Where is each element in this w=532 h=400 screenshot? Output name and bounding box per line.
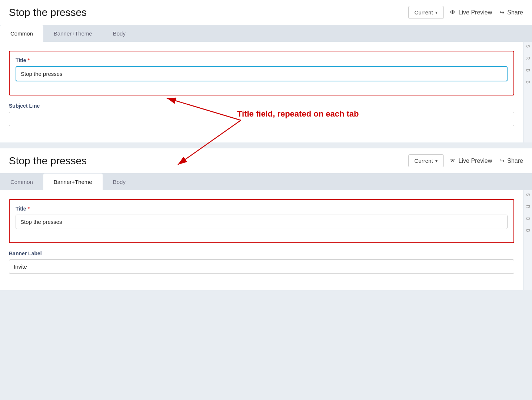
subject-line-field-group: Subject Line — [9, 103, 514, 126]
tab-body-2[interactable]: Body — [103, 174, 136, 190]
share-button-2[interactable]: ↪ Share — [499, 157, 523, 164]
live-preview-label-2: Live Preview — [459, 158, 492, 164]
page-layout: Stop the presses Current ▾ 👁 Live Previe… — [0, 0, 532, 290]
panel-1-body: Title * Subject Line — [0, 42, 532, 142]
panel-2-tabs: Common Banner+Theme Body — [0, 174, 532, 190]
panel-2-content: Title * Banner Label — [0, 190, 523, 290]
tab-banner-theme-1[interactable]: Banner+Theme — [43, 25, 103, 42]
panel-2: Stop the presses Current ▾ 👁 Live Previe… — [0, 148, 532, 290]
sidebar-letter-r2: R — [525, 205, 531, 208]
header-actions-2: 👁 Live Preview ↪ Share — [450, 157, 523, 164]
title-annotation-box: Title * — [9, 51, 514, 95]
title-input-2[interactable] — [16, 215, 508, 229]
chevron-down-icon-2: ▾ — [435, 158, 438, 164]
subject-line-input[interactable] — [9, 112, 514, 126]
sidebar-letter-s: S — [525, 45, 531, 48]
panel-1-tabs: Common Banner+Theme Body — [0, 25, 532, 42]
version-dropdown-2[interactable]: Current ▾ — [408, 154, 444, 167]
panel-1-right-sidebar: S R B B — [523, 42, 532, 142]
banner-label-input[interactable] — [9, 259, 514, 274]
live-preview-label: Live Preview — [459, 9, 492, 16]
sidebar-letter-b4: B — [525, 229, 531, 232]
panel-1-main: Title * Subject Line — [0, 42, 523, 142]
tab-common-1[interactable]: Common — [0, 25, 43, 42]
page-title-2: Stop the presses — [9, 155, 402, 167]
version-dropdown[interactable]: Current ▾ — [408, 6, 444, 19]
eye-icon-2: 👁 — [450, 158, 456, 164]
title-required-2: * — [28, 206, 30, 212]
title-field-group-2: Title * — [16, 206, 508, 229]
title-label: Title * — [16, 57, 508, 63]
share-label-2: Share — [507, 158, 523, 164]
banner-label-label: Banner Label — [9, 251, 514, 256]
tab-body-1[interactable]: Body — [103, 25, 136, 42]
tab-common-2[interactable]: Common — [0, 174, 43, 190]
version-label: Current — [415, 9, 433, 16]
banner-label-field-group: Banner Label — [9, 251, 514, 274]
sidebar-letter-b3: B — [525, 217, 531, 220]
panel-2-body: Title * Banner Label — [0, 190, 532, 290]
tab-banner-theme-2[interactable]: Banner+Theme — [43, 174, 103, 190]
panel-2-main: Title * Banner Label — [0, 190, 523, 290]
panel-1-header: Stop the presses Current ▾ 👁 Live Previe… — [0, 0, 532, 25]
subject-line-label: Subject Line — [9, 103, 514, 109]
title-field-group: Title * — [16, 57, 508, 81]
share-icon-2: ↪ — [499, 157, 504, 164]
panel-2-right-sidebar: S R B B — [523, 190, 532, 290]
title-annotation-box-2: Title * — [9, 199, 514, 243]
title-label-2: Title * — [16, 206, 508, 212]
sidebar-letter-s2: S — [525, 193, 531, 196]
live-preview-button[interactable]: 👁 Live Preview — [450, 9, 492, 16]
panel-1: Stop the presses Current ▾ 👁 Live Previe… — [0, 0, 532, 142]
version-label-2: Current — [415, 158, 433, 164]
title-required: * — [28, 57, 30, 63]
sidebar-letter-b2: B — [525, 81, 531, 84]
header-actions: 👁 Live Preview ↪ Share — [450, 9, 523, 16]
panel-divider — [0, 142, 532, 145]
page-title: Stop the presses — [9, 7, 402, 19]
share-label: Share — [507, 9, 523, 16]
chevron-down-icon: ▾ — [435, 10, 438, 15]
sidebar-letter-r: R — [525, 57, 531, 60]
eye-icon: 👁 — [450, 9, 456, 16]
panel-2-header: Stop the presses Current ▾ 👁 Live Previe… — [0, 148, 532, 174]
title-input[interactable] — [16, 66, 508, 81]
live-preview-button-2[interactable]: 👁 Live Preview — [450, 158, 492, 164]
share-icon: ↪ — [499, 9, 504, 16]
share-button[interactable]: ↪ Share — [499, 9, 523, 16]
sidebar-letter-b1: B — [525, 69, 531, 72]
panel-1-content: Title * Subject Line — [0, 42, 523, 142]
